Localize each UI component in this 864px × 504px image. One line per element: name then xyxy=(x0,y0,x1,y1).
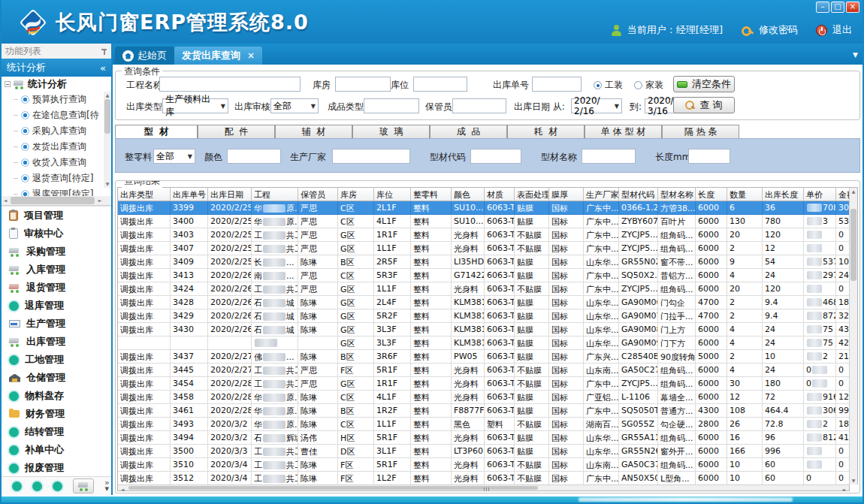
warehouse-input[interactable] xyxy=(335,77,391,92)
color-input[interactable] xyxy=(227,149,281,164)
outbound-audit-select[interactable]: 全部▼ xyxy=(270,98,319,113)
grid-column-header[interactable]: 长度 xyxy=(696,188,727,201)
grid-column-header[interactable]: 出库单号 xyxy=(171,188,208,201)
radio-gongzhuang[interactable]: 工装 xyxy=(594,79,623,92)
grid-column-header[interactable]: 生产厂家 xyxy=(584,188,619,201)
table-row[interactable]: G区3L3F整料KLM38176063-T5贴膜国标山东华...GA90M09.… xyxy=(118,337,849,350)
project-name-input[interactable] xyxy=(159,77,301,92)
grid-column-header[interactable]: 出库类型 xyxy=(118,188,171,201)
more-menus-button[interactable]: »▾ xyxy=(104,480,110,492)
scroll-down-icon[interactable]: ▼ xyxy=(850,477,857,484)
sidebar-item[interactable]: 出库管理 xyxy=(2,333,111,351)
sidebar-item[interactable]: 仓储管理 xyxy=(2,369,111,387)
profile-code-input[interactable] xyxy=(470,149,521,164)
material-tab[interactable]: 单 体 型 材 xyxy=(585,125,662,138)
table-row[interactable]: 调拨出库35122020/3/4工共工程陈琳F区1L2F整料光身料6063-T5… xyxy=(118,472,849,484)
scroll-up-icon[interactable]: ▲ xyxy=(850,188,857,195)
tree-item[interactable]: 发货出库查询 xyxy=(2,139,111,155)
grid-column-header[interactable]: 型材代码 xyxy=(619,188,658,201)
material-tab[interactable]: 耗 材 xyxy=(507,125,585,138)
sidebar-item[interactable]: 工地管理 xyxy=(2,351,111,369)
sidebar-item[interactable]: 结转管理 xyxy=(2,423,111,441)
close-button[interactable]: × xyxy=(846,2,859,13)
scroll-right-icon[interactable]: ► xyxy=(841,486,848,493)
grid-column-header[interactable]: 膜厚 xyxy=(549,188,584,201)
pin-icon[interactable] xyxy=(101,48,107,55)
table-row[interactable]: 调拨出库34542020/2/28工共工程严思G区1R1F整料光身料6063-T… xyxy=(118,377,849,391)
table-row[interactable]: 调拨出库34932020/3/2华原...陈琳C区1L1F整料黑色塑料不贴膜国标… xyxy=(118,418,849,431)
grid-column-header[interactable]: 出库日期 xyxy=(208,188,252,201)
location-input[interactable] xyxy=(413,77,467,92)
collapse-icon[interactable]: « xyxy=(100,62,106,74)
green-dot-icon[interactable] xyxy=(53,481,62,491)
table-row[interactable]: 调拨出库34092020/2/25长...陈琳B区2R5F整料LI35HD606… xyxy=(118,255,849,269)
grid-horizontal-scrollbar[interactable]: ◄ ► xyxy=(117,484,850,491)
statistics-section-header[interactable]: 统计分析 « xyxy=(2,59,111,77)
grid-column-header[interactable]: 库房 xyxy=(338,188,374,201)
length-input[interactable] xyxy=(688,149,730,164)
sidebar-item[interactable]: 采购管理 xyxy=(2,243,111,261)
table-row[interactable]: 调拨出库34072020/2/25工共工程严思G区1L1F整料光身料6063-T… xyxy=(118,242,849,255)
date-from-picker[interactable]: 2020/ 2/16▼ xyxy=(571,98,622,113)
product-type-input[interactable] xyxy=(364,98,419,113)
table-row[interactable]: 调拨出库34242020/2/26工共工程严思G区1L1F整料光身料6063-T… xyxy=(118,282,849,296)
logout-link[interactable]: 退出 xyxy=(832,23,852,37)
table-row[interactable]: 调拨出库35102020/3/4工共工程陈琳F区5R1F整料光身料6063-T5… xyxy=(118,458,849,472)
tree-root[interactable]: 统计分析 xyxy=(2,77,111,92)
sidebar-item[interactable]: 生产管理 xyxy=(2,315,111,333)
maximize-button[interactable]: □ xyxy=(831,2,844,13)
minimize-button[interactable]: – xyxy=(816,2,829,13)
sidebar-item[interactable]: 报废管理 xyxy=(2,459,111,476)
scroll-right-icon[interactable]: ► xyxy=(96,197,104,204)
table-row[interactable]: 调拨出库35002020/3/3工共工程曹佳D区3L1F整料LT3P606063… xyxy=(118,445,849,458)
grid-column-header[interactable]: 颜色 xyxy=(452,188,485,201)
tree-item[interactable]: 在途信息查询[待 xyxy=(2,107,111,123)
radio-jiazhuang[interactable]: 家装 xyxy=(634,79,663,92)
maker-input[interactable] xyxy=(332,149,410,164)
sidebar-item[interactable]: 项目管理 xyxy=(2,207,111,225)
table-row[interactable]: 调拨出库34452020/2/27工共工程严思F区5R1F整料光身料6063-T… xyxy=(118,364,849,377)
table-row[interactable]: 调拨出库34032020/2/25工共工程严思G区1R1F整料光身料6063-T… xyxy=(118,228,849,242)
table-row[interactable]: 调拨出库34612020/2/28华原...陈琳B区1R2F整料F8877FT6… xyxy=(118,404,849,418)
table-row[interactable]: 调拨出库34292020/2/26石城陈琳G区5R2F整料KLM38176063… xyxy=(118,309,849,323)
material-tab[interactable]: 型 材 xyxy=(115,125,198,138)
grid-vertical-scrollbar[interactable]: ▲ ▼ xyxy=(849,188,857,484)
tab-home[interactable]: 起始页 xyxy=(115,47,174,65)
table-row[interactable]: 调拨出库34372020/2/27佛...陈琳B区3R6F整料PW056063-… xyxy=(118,350,849,364)
grid-column-header[interactable]: 金额 xyxy=(836,188,849,201)
sidebar-item[interactable]: 审核中心 xyxy=(2,225,111,243)
table-row[interactable]: 调拨出库34582020/2/28华原...陈琳C区4L1F整料光身料6063-… xyxy=(118,391,849,404)
change-password-link[interactable]: 修改密码 xyxy=(759,23,798,37)
profile-name-input[interactable] xyxy=(582,149,636,164)
tree-vertical-scrollbar[interactable]: ▲ ▼ xyxy=(104,92,111,188)
search-button[interactable]: 查 询 xyxy=(673,97,735,113)
tab-close-icon[interactable]: × xyxy=(247,50,255,61)
grid-column-header[interactable]: 整零料 xyxy=(411,188,452,201)
sidebar-item[interactable]: 入库管理 xyxy=(2,261,111,279)
material-tab[interactable]: 成 品 xyxy=(430,125,507,138)
tab-list-dropdown-icon[interactable]: ▼ xyxy=(853,51,858,59)
tree-item[interactable]: 退库管理[待定] xyxy=(2,186,111,197)
outbound-type-select[interactable]: 生产领料出库▼ xyxy=(162,98,228,113)
tree-horizontal-scrollbar[interactable]: ◄ ► xyxy=(2,196,111,205)
keeper-input[interactable] xyxy=(452,98,506,113)
grid-column-header[interactable]: 数量 xyxy=(727,188,763,201)
grid-column-header[interactable]: 型材名称 xyxy=(658,188,696,201)
scroll-left-icon[interactable]: ◄ xyxy=(2,197,9,204)
table-row[interactable]: 调拨出库34282020/2/26石城陈琳G区2L4F整料KLM38176063… xyxy=(118,296,849,309)
material-tab[interactable]: 辅 材 xyxy=(275,125,352,138)
order-no-input[interactable] xyxy=(532,77,582,92)
clear-conditions-button[interactable]: 清空条件 xyxy=(673,76,735,92)
grid-column-header[interactable]: 库位 xyxy=(374,188,411,201)
sidebar-item[interactable]: 物料盘存 xyxy=(2,387,111,405)
green-dot-icon[interactable] xyxy=(12,481,22,491)
grid-column-header[interactable]: 保管员 xyxy=(298,188,338,201)
tree-item[interactable]: 预算执行查询 xyxy=(2,92,111,107)
tab-shipment-outbound-query[interactable]: 发货出库查询 × xyxy=(174,47,262,65)
tree-item[interactable]: 退货查询[待定] xyxy=(2,171,111,186)
part-select[interactable]: 全部▼ xyxy=(153,149,195,164)
material-tab[interactable]: 玻 璃 xyxy=(352,125,430,138)
scroll-left-icon[interactable]: ◄ xyxy=(119,486,126,493)
grid-column-header[interactable]: 材质 xyxy=(485,188,515,201)
sidebar-item[interactable]: 退库管理 xyxy=(2,297,111,315)
